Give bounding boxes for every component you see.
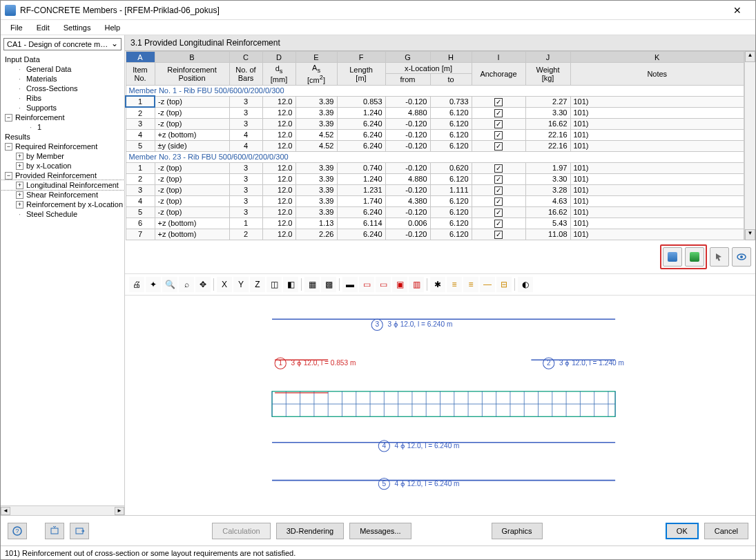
cancel-button[interactable]: Cancel	[704, 523, 748, 539]
tree-shear-reinf[interactable]: +Shear Reinforcement	[1, 190, 124, 200]
reinforcement-table[interactable]: A B C D E F G H I J K	[125, 51, 744, 240]
tree-by-member[interactable]: +by Member	[1, 151, 124, 161]
scroll-right-arrow[interactable]: ►	[115, 507, 124, 515]
axes-button[interactable]: ✱	[430, 277, 445, 292]
table-row[interactable]: 7+z (bottom)212.02.266.240-0.1206.120✓11…	[126, 229, 744, 240]
col-B[interactable]: B	[155, 52, 229, 63]
table-row[interactable]: 3-z (top)312.03.391.231-0.1201.111✓3.281…	[126, 184, 744, 195]
anchorage-checkbox[interactable]: ✓	[494, 231, 503, 239]
tree-ribs[interactable]: ·Ribs	[1, 93, 124, 103]
zoom-window-button[interactable]: ⌕	[179, 277, 194, 292]
close-button[interactable]: ✕	[724, 5, 751, 16]
view-x-button[interactable]: X	[217, 277, 232, 292]
tree-general-data[interactable]: ·General Data	[1, 64, 124, 74]
anchorage-checkbox[interactable]: ✓	[494, 98, 503, 106]
table-row[interactable]: 6+z (bottom)112.01.136.1140.0066.120✓5.4…	[126, 218, 744, 229]
display-button-1[interactable]: ▦	[304, 277, 320, 292]
display-button-2[interactable]: ▩	[321, 277, 336, 292]
tree-input-data[interactable]: Input Data	[1, 55, 124, 64]
color-button[interactable]: ▬	[342, 277, 358, 292]
anchorage-checkbox[interactable]: ✓	[494, 142, 503, 151]
rendering-button[interactable]: 3D-Rendering	[276, 523, 344, 539]
anchorage-checkbox[interactable]: ✓	[494, 131, 503, 139]
tree-cross-sections[interactable]: ·Cross-Sections	[1, 84, 124, 93]
dim-button-4[interactable]: ⊟	[496, 277, 512, 292]
scroll-up-arrow[interactable]: ▲	[745, 51, 755, 62]
table-row[interactable]: 1-z (top)312.03.390.740-0.1200.620✓1.971…	[126, 162, 744, 173]
menu-settings[interactable]: Settings	[57, 22, 98, 33]
view-3d-button[interactable]	[685, 247, 704, 267]
result-button-4[interactable]: ▥	[409, 277, 424, 292]
menu-help[interactable]: Help	[97, 22, 127, 33]
tree-reinforcement[interactable]: −Reinforcement	[1, 113, 124, 122]
tree-by-xlocation[interactable]: +by x-Location	[1, 161, 124, 171]
col-D[interactable]: D	[262, 52, 295, 63]
tree-results[interactable]: Results	[1, 132, 124, 142]
tree-provided-reinf[interactable]: −Provided Reinforcement	[1, 171, 124, 180]
print-button[interactable]: 🖨	[129, 277, 144, 292]
graphics-button[interactable]: Graphics	[492, 523, 543, 539]
tree-materials[interactable]: ·Materials	[1, 74, 124, 84]
col-F[interactable]: F	[337, 52, 385, 63]
anchorage-checkbox[interactable]: ✓	[494, 209, 503, 217]
col-C[interactable]: C	[229, 52, 262, 63]
dim-button-1[interactable]: ≡	[447, 277, 462, 292]
col-E[interactable]: E	[295, 52, 337, 63]
table-row[interactable]: 4+z (bottom)412.04.526.240-0.1206.120✓22…	[126, 129, 744, 140]
tree-reinf-by-xloc[interactable]: +Reinforcement by x-Location	[1, 200, 124, 209]
graphics-area[interactable]: 3 3 ϕ 12.0, l = 6.240 m 1 3 ϕ 12.0, l = …	[125, 296, 755, 515]
anchorage-checkbox[interactable]: ✓	[494, 220, 503, 228]
export-button-1[interactable]	[45, 523, 64, 539]
messages-button[interactable]: Messages...	[349, 523, 411, 539]
view-graphic-button[interactable]	[663, 247, 682, 267]
menu-file[interactable]: File	[3, 22, 30, 33]
view-3d-button-tb[interactable]: ◧	[283, 277, 298, 292]
table-row[interactable]: 4-z (top)312.03.391.7404.3806.120✓4.6310…	[126, 195, 744, 206]
result-button-1[interactable]: ▭	[359, 277, 374, 292]
table-row[interactable]: 3-z (top)312.03.396.240-0.1206.120✓16.62…	[126, 118, 744, 129]
table-group-row[interactable]: Member No. 1 - Rib FBU 500/600/0/200/0/3…	[126, 85, 744, 96]
tree-required-reinf[interactable]: −Required Reinforcement	[1, 142, 124, 151]
col-I[interactable]: I	[472, 52, 525, 63]
scroll-left-arrow[interactable]: ◄	[1, 507, 10, 515]
tree-longitudinal-reinf[interactable]: +Longitudinal Reinforcement	[1, 180, 124, 190]
anchorage-checkbox[interactable]: ✓	[494, 197, 503, 206]
case-selector[interactable]: CA1 - Design of concrete memb	[3, 38, 122, 50]
tree-supports[interactable]: ·Supports	[1, 103, 124, 113]
zoom-button[interactable]: 🔍	[162, 277, 177, 292]
col-K[interactable]: K	[570, 52, 744, 63]
anchorage-checkbox[interactable]: ✓	[494, 120, 503, 128]
table-row[interactable]: 2-z (top)312.03.391.2404.8806.120✓3.3010…	[126, 107, 744, 118]
table-group-row[interactable]: Member No. 23 - Rib FBU 500/600/0/200/0/…	[126, 151, 744, 162]
anchorage-checkbox[interactable]: ✓	[494, 164, 503, 173]
tree-steel-schedule[interactable]: ·Steel Schedule	[1, 209, 124, 219]
view-iso-button[interactable]: ◫	[266, 277, 282, 292]
menu-edit[interactable]: Edit	[30, 22, 57, 33]
result-button-3[interactable]: ▣	[392, 277, 407, 292]
col-A[interactable]: A	[126, 52, 155, 63]
calculation-button[interactable]: Calculation	[212, 523, 270, 539]
navigation-tree[interactable]: Input Data ·General Data ·Materials ·Cro…	[1, 53, 124, 505]
select-member-button[interactable]	[710, 247, 729, 267]
tree-horizontal-scrollbar[interactable]: ◄ ►	[1, 505, 124, 515]
table-row[interactable]: 1-z (top)312.03.390.853-0.1200.733✓2.271…	[126, 96, 744, 107]
pan-button[interactable]: ✥	[195, 277, 211, 292]
ok-button[interactable]: OK	[666, 523, 699, 539]
anchorage-checkbox[interactable]: ✓	[494, 175, 503, 184]
table-vertical-scrollbar[interactable]: ▲ ▼	[744, 51, 755, 240]
anchorage-checkbox[interactable]: ✓	[494, 109, 503, 117]
anchorage-checkbox[interactable]: ✓	[494, 186, 503, 195]
col-G[interactable]: G	[385, 52, 430, 63]
export-button-2[interactable]	[70, 523, 89, 539]
table-row[interactable]: 5±y (side)412.04.526.240-0.1206.120✓22.1…	[126, 140, 744, 151]
help-button[interactable]: ?	[8, 523, 27, 539]
dim-button-2[interactable]: ≡	[463, 277, 478, 292]
col-J[interactable]: J	[525, 52, 570, 63]
tree-reinforcement-1[interactable]: ·1	[1, 122, 124, 132]
result-button-2[interactable]: ▭	[376, 277, 391, 292]
pick-button[interactable]: ✦	[146, 277, 161, 292]
render-button[interactable]: ◐	[518, 277, 533, 292]
view-z-button[interactable]: Z	[250, 277, 265, 292]
dim-button-3[interactable]: —	[480, 277, 495, 292]
table-row[interactable]: 5-z (top)312.03.396.240-0.1206.120✓16.62…	[126, 206, 744, 218]
